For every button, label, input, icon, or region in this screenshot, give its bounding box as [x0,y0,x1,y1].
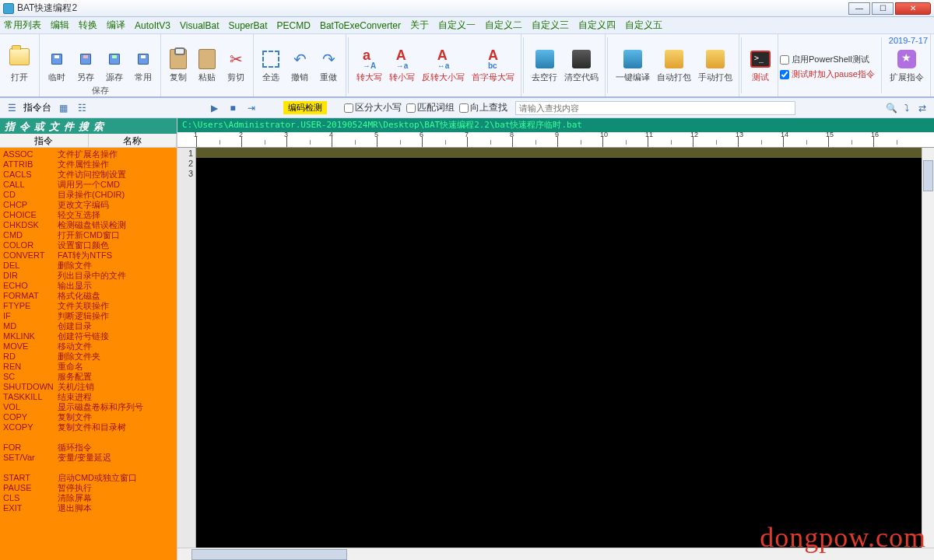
menu-常用列表[interactable]: 常用列表 [4,19,41,32]
menu-自定义一[interactable]: 自定义一 [438,19,476,32]
menu-PECMD[interactable]: PECMD [277,20,311,31]
save-0[interactable]: 临时 [43,36,71,85]
menu-编辑[interactable]: 编辑 [51,19,69,32]
menu-BatToExeConverter[interactable]: BatToExeConverter [320,20,401,31]
to-lower-button[interactable]: A→a转小写 [386,36,418,85]
terminal-icon [750,51,771,68]
menu-自定义二[interactable]: 自定义二 [485,19,522,32]
cmd-ECHO[interactable]: ECHO输出显示 [3,281,174,291]
vertical-scrollbar[interactable] [922,148,934,548]
menu-转换[interactable]: 转换 [79,19,97,32]
cmd-COLOR[interactable]: COLOR设置窗口颜色 [3,240,174,250]
manualpack-button[interactable]: 手动打包 [695,36,736,85]
menu-AutoItV3[interactable]: AutoItV3 [135,20,170,31]
cmd-CACLS[interactable]: CACLS文件访问控制设置 [3,170,174,180]
cut-button[interactable]: ✂剪切 [222,36,250,85]
command-list[interactable]: ASSOC文件扩展名操作ATTRIB文件属性操作CACLS文件访问控制设置CAL… [0,148,177,560]
encoding-check-button[interactable]: 编码检测 [283,101,327,114]
cmd-DIR[interactable]: DIR列出目录中的文件 [3,271,174,281]
menu-VisualBat[interactable]: VisualBat [180,20,219,31]
toggle-panel-icon[interactable]: ☰ [5,101,19,115]
chk-case[interactable]: 区分大小写 [344,101,402,114]
compile-button[interactable]: 一键编译 [613,36,653,85]
cmd-CONVERT[interactable]: CONVERTFAT转为NTFS [3,250,174,261]
cmd-RD[interactable]: RD删除文件夹 [3,352,174,362]
to-upper-button[interactable]: a→A转大写 [353,36,385,85]
first-upper-button[interactable]: Abc首字母大写 [469,36,518,85]
cmd-MD[interactable]: MD创建目录 [3,321,174,331]
maximize-button[interactable]: ☐ [872,2,894,15]
search-input[interactable] [515,101,795,115]
selectall-button[interactable]: 全选 [257,36,285,85]
menu-自定义三[interactable]: 自定义三 [532,19,569,32]
opt-pause[interactable]: 测试时加入pause指令 [780,68,875,80]
chk-up[interactable]: 向上查找 [459,101,507,114]
cmd-TASKKILL[interactable]: TASKKILL结束进程 [3,392,174,402]
cmd-FTYPE[interactable]: FTYPE文件关联操作 [3,301,174,311]
cmd-PAUSE[interactable]: PAUSE暂停执行 [3,483,174,493]
close-button[interactable]: ✕ [895,2,931,15]
cmd-REN[interactable]: REN重命名 [3,362,174,372]
find-icon[interactable]: 🔍 [884,101,898,115]
opt-powershell[interactable]: 启用PowerShell测试 [780,54,875,65]
select-all-icon [262,51,279,68]
chk-word[interactable]: 匹配词组 [406,101,455,114]
window-title: BAT快速编程2 [17,2,77,15]
cmd-CD[interactable]: CD目录操作(CHDIR) [3,190,174,200]
cmd-FOR[interactable]: FOR循环指令 [3,443,174,453]
cmd-CHCP[interactable]: CHCP更改文字编码 [3,200,174,210]
minimize-button[interactable]: — [848,2,870,15]
cmd-ASSOC[interactable]: ASSOC文件扩展名操作 [3,149,174,159]
flip-case-button[interactable]: A↔a反转大小写 [419,36,468,85]
trim-blank-button[interactable]: 去空行 [528,36,560,85]
view-icon[interactable]: ▦ [56,101,70,115]
save-3[interactable]: 常用 [129,36,157,85]
cmd-CLS[interactable]: CLS清除屏幕 [3,493,174,503]
replace-icon[interactable]: ⇄ [915,101,929,115]
cmd-IF[interactable]: IF判断逻辑操作 [3,311,174,321]
cmd-MOVE[interactable]: MOVE移动文件 [3,341,174,352]
cmd-FORMAT[interactable]: FORMAT格式化磁盘 [3,291,174,301]
find-next-icon[interactable]: ⤵ [900,101,914,115]
cmd-DEL[interactable]: DEL删除文件 [3,261,174,271]
cmd-SHUTDOWN[interactable]: SHUTDOWN关机/注销 [3,382,174,392]
menu-编译[interactable]: 编译 [107,19,125,32]
cmd-MKLINK[interactable]: MKLINK创建符号链接 [3,331,174,341]
clear-icon [572,50,591,68]
cmd-SET/Var[interactable]: SET/Var变量/变量延迟 [3,453,174,463]
copy-button[interactable]: 复制 [164,36,192,85]
cmd-EXIT[interactable]: EXIT退出脚本 [3,503,174,513]
col-cmd[interactable]: 指令 [0,134,89,147]
cmd-XCOPY[interactable]: XCOPY复制文件和目录树 [3,422,174,432]
clear-code-button[interactable]: 清空代码 [561,36,602,85]
step-icon[interactable]: ⇥ [244,101,258,115]
cmd-CHKDSK[interactable]: CHKDSK检测磁盘错误检测 [3,220,174,230]
menu-自定义四[interactable]: 自定义四 [578,19,616,32]
save-1[interactable]: 另存 [72,36,100,85]
menu-自定义五[interactable]: 自定义五 [625,19,662,32]
code-editor[interactable] [196,148,922,548]
manualpack-icon [706,50,725,68]
horizontal-scrollbar[interactable] [177,548,934,560]
paste-button[interactable]: 粘贴 [193,36,221,85]
cmd-CHOICE[interactable]: CHOICE轻交互选择 [3,210,174,220]
open-button[interactable]: 打开 [3,36,36,85]
cmd-START[interactable]: START启动CMD或独立窗口 [3,473,174,483]
col-name[interactable]: 名称 [89,134,177,147]
stop-icon[interactable]: ■ [226,101,240,115]
cmd-CMD[interactable]: CMD打开新CMD窗口 [3,230,174,240]
test-button[interactable]: 测试 [746,36,774,85]
redo-button[interactable]: ↷重做 [314,36,342,85]
save-2[interactable]: 源存 [100,36,128,85]
cmd-COPY[interactable]: COPY复制文件 [3,412,174,422]
cmd-SC[interactable]: SC服务配置 [3,372,174,382]
cmd-CALL[interactable]: CALL调用另一个CMD [3,180,174,190]
undo-button[interactable]: ↶撤销 [286,36,314,85]
run-icon[interactable]: ▶ [207,101,221,115]
tree-icon[interactable]: ☷ [75,101,89,115]
cmd-ATTRIB[interactable]: ATTRIB文件属性操作 [3,159,174,170]
menu-SuperBat[interactable]: SuperBat [229,20,268,31]
autopack-button[interactable]: 自动打包 [654,36,694,85]
cmd-VOL[interactable]: VOL显示磁盘卷标和序列号 [3,402,174,412]
menu-关于[interactable]: 关于 [410,19,429,32]
